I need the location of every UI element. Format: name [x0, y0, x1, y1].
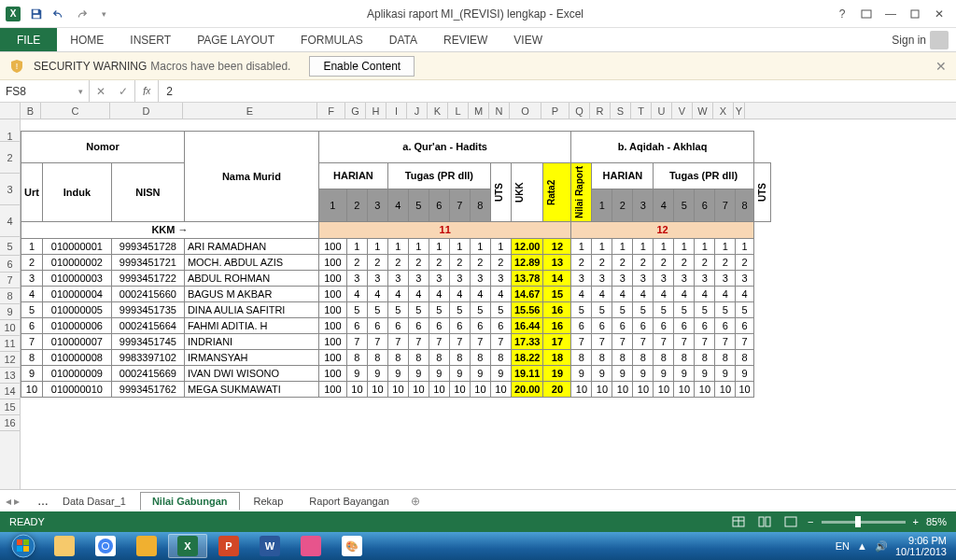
tab-review[interactable]: REVIEW	[430, 28, 500, 51]
col-header-K[interactable]: K	[428, 103, 448, 119]
row-header-14[interactable]: 14	[0, 384, 20, 399]
taskbar-app1[interactable]	[127, 534, 166, 558]
redo-icon[interactable]	[71, 4, 91, 24]
minimize-icon[interactable]: —	[879, 4, 902, 24]
table-row[interactable]: 80100000089983397102IRMANSYAH10088888888…	[21, 349, 771, 365]
row-header-16[interactable]: 16	[0, 415, 20, 431]
table-row[interactable]: 50100000059993451735DINA AULIA SAFITRI10…	[21, 301, 771, 317]
col-header-L[interactable]: L	[448, 103, 469, 119]
tab-file[interactable]: FILE	[0, 28, 57, 51]
col-header-E[interactable]: E	[183, 103, 317, 119]
enable-content-button[interactable]: Enable Content	[309, 56, 415, 77]
col-header-C[interactable]: C	[41, 103, 110, 119]
maximize-icon[interactable]	[904, 4, 926, 24]
table-row[interactable]: 60100000060002415664FAHMI ADITIA. H10066…	[21, 317, 771, 333]
start-button[interactable]	[4, 533, 43, 559]
signin-button[interactable]: Sign in	[892, 28, 956, 51]
security-close-icon[interactable]: ✕	[935, 59, 947, 74]
help-icon[interactable]: ?	[831, 4, 853, 24]
row-header-1[interactable]: 1	[0, 131, 20, 142]
sheets-overflow-icon[interactable]: …	[37, 495, 49, 508]
taskbar-excel[interactable]: X	[168, 534, 207, 558]
table-row[interactable]: 10100000019993451728ARI RAMADHAN10011111…	[21, 238, 771, 254]
fx-icon[interactable]: fx	[135, 80, 159, 102]
language-indicator[interactable]: EN	[836, 540, 850, 552]
page-layout-view-icon[interactable]	[755, 514, 774, 529]
col-header-U[interactable]: U	[652, 103, 672, 119]
tab-home[interactable]: HOME	[57, 28, 117, 51]
row-header-6[interactable]: 6	[0, 256, 20, 273]
page-break-view-icon[interactable]	[781, 514, 800, 529]
col-header-T[interactable]: T	[631, 103, 652, 119]
col-header-H[interactable]: H	[366, 103, 387, 119]
tab-insert[interactable]: INSERT	[117, 28, 184, 51]
name-box[interactable]: FS8 ▾	[0, 80, 90, 102]
row-header-11[interactable]: 11	[0, 336, 20, 352]
col-header-O[interactable]: O	[510, 103, 541, 119]
save-icon[interactable]	[26, 4, 47, 24]
row-header-7[interactable]: 7	[0, 273, 20, 288]
table-row[interactable]: 30100000039993451722ABDUL ROHMAN10033333…	[21, 270, 771, 286]
tab-page-layout[interactable]: PAGE LAYOUT	[184, 28, 288, 51]
undo-icon[interactable]	[49, 4, 69, 24]
col-header-R[interactable]: R	[590, 103, 611, 119]
cancel-formula-icon[interactable]: ✕	[90, 85, 112, 98]
col-header-D[interactable]: D	[110, 103, 183, 119]
row-header-10[interactable]: 10	[0, 320, 20, 336]
spreadsheet-grid[interactable]: BCDEFGHIJKLMNOPQRSTUVWXY 123456789101112…	[0, 103, 956, 489]
row-header-5[interactable]: 5	[0, 237, 20, 256]
tray-network-icon[interactable]: 🔊	[875, 540, 888, 553]
col-header-V[interactable]: V	[672, 103, 693, 119]
zoom-in-icon[interactable]: +	[913, 516, 919, 527]
zoom-level[interactable]: 85%	[926, 516, 947, 527]
ribbon-display-icon[interactable]	[855, 4, 878, 24]
col-header-P[interactable]: P	[541, 103, 569, 119]
tab-data[interactable]: DATA	[376, 28, 430, 51]
taskbar-app2[interactable]	[291, 534, 330, 558]
taskbar-powerpoint[interactable]: P	[209, 534, 248, 558]
tab-formulas[interactable]: FORMULAS	[288, 28, 376, 51]
table-row[interactable]: 40100000040002415660BAGUS M AKBAR1004444…	[21, 286, 771, 301]
col-header-F[interactable]: F	[317, 103, 345, 119]
sheet-nav-icons[interactable]: ◂ ▸	[6, 495, 20, 508]
sheet-tab-data-dasar_1[interactable]: Data Dasar_1	[50, 492, 138, 510]
col-header-G[interactable]: G	[345, 103, 366, 119]
col-header-N[interactable]: N	[489, 103, 510, 119]
select-all-corner[interactable]	[0, 103, 21, 119]
taskbar-word[interactable]: W	[250, 534, 289, 558]
row-header-3[interactable]: 3	[0, 174, 20, 205]
tab-view[interactable]: VIEW	[500, 28, 555, 51]
row-header-4[interactable]: 4	[0, 205, 20, 237]
sheet-tab-raport-bayangan[interactable]: Raport Bayangan	[297, 492, 401, 510]
row-header-2[interactable]: 2	[0, 142, 20, 174]
table-row[interactable]: 100100000109993451762MEGA SUKMAWATI10010…	[21, 381, 771, 397]
zoom-slider[interactable]	[822, 521, 906, 524]
tray-flag-icon[interactable]: ▲	[857, 540, 867, 552]
table-row[interactable]: 90100000090002415669IVAN DWI WISONO10099…	[21, 365, 771, 381]
row-header-12[interactable]: 12	[0, 352, 20, 368]
tray-clock[interactable]: 9:06 PM 10/11/2013	[895, 535, 947, 557]
normal-view-icon[interactable]	[729, 514, 748, 529]
taskbar-chrome[interactable]	[86, 534, 125, 558]
col-header-I[interactable]: I	[387, 103, 407, 119]
close-icon[interactable]: ✕	[928, 4, 950, 24]
row-header-8[interactable]: 8	[0, 288, 20, 304]
sheet-tab-nilai-gabungan[interactable]: Nilai Gabungan	[140, 492, 240, 511]
qat-dropdown-icon[interactable]: ▾	[93, 4, 114, 24]
add-sheet-button[interactable]: ⊕	[403, 492, 428, 511]
col-header-Y[interactable]: Y	[734, 103, 745, 119]
zoom-out-icon[interactable]: −	[808, 516, 813, 527]
table-row[interactable]: 70100000079993451745INDRIANI100777777771…	[21, 333, 771, 349]
enter-formula-icon[interactable]: ✓	[112, 85, 134, 98]
row-header-15[interactable]: 15	[0, 399, 20, 415]
col-header-X[interactable]: X	[713, 103, 734, 119]
row-header-13[interactable]: 13	[0, 368, 20, 384]
formula-input[interactable]: 2	[159, 80, 956, 102]
table-row[interactable]: 20100000029993451721MOCH. ABDUL AZIS1002…	[21, 254, 771, 270]
col-header-W[interactable]: W	[693, 103, 713, 119]
taskbar-paint[interactable]: 🎨	[332, 534, 372, 558]
taskbar-explorer[interactable]	[45, 534, 84, 558]
sheet-tab-rekap[interactable]: Rekap	[242, 492, 296, 510]
chevron-down-icon[interactable]: ▾	[78, 87, 83, 96]
col-header-M[interactable]: M	[469, 103, 489, 119]
